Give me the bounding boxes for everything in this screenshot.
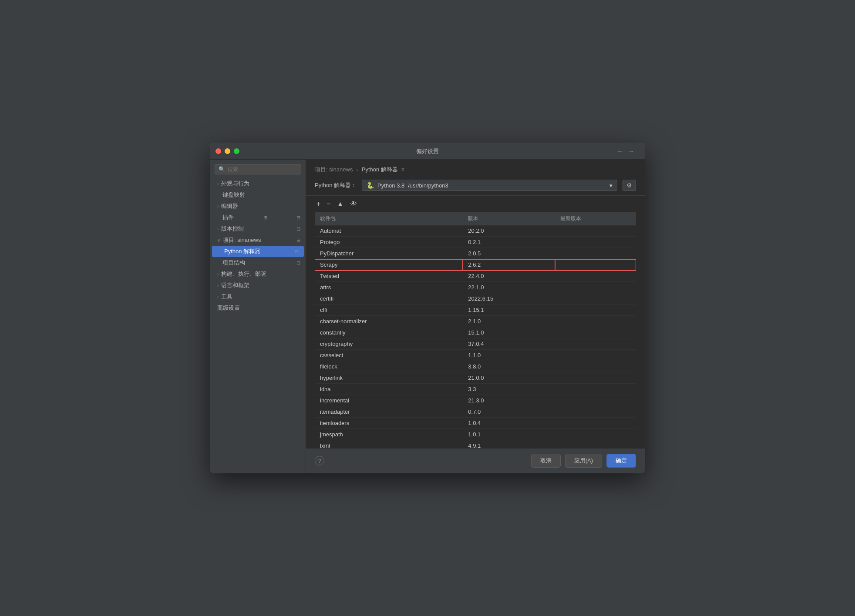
help-button[interactable]: ? <box>315 456 324 465</box>
package-latest <box>555 237 636 248</box>
table-row[interactable]: idna 3.3 <box>315 384 636 395</box>
table-row[interactable]: Protego 0.2.1 <box>315 237 636 248</box>
package-name: lxml <box>315 440 463 449</box>
package-version: 0.7.0 <box>463 406 555 418</box>
table-row[interactable]: cryptography 37.0.4 <box>315 338 636 350</box>
sidebar-item-label: 键盘映射 <box>222 191 245 199</box>
package-latest <box>555 327 636 338</box>
table-row[interactable]: charset-normalizer 2.1.0 <box>315 316 636 327</box>
sidebar-item-python-interpreter[interactable]: Python 解释器 ⊟ <box>212 246 304 257</box>
package-version: 3.3 <box>463 384 555 395</box>
interpreter-select[interactable]: 🐍 Python 3.8 /usr/bin/python3 ▾ <box>362 180 617 191</box>
sidebar-item-vcs[interactable]: › 版本控制 ⊟ <box>210 223 306 234</box>
package-name: attrs <box>315 282 463 293</box>
expand-arrow: › <box>217 272 219 277</box>
table-row[interactable]: cssselect 1.1.0 <box>315 350 636 361</box>
package-name: constantly <box>315 327 463 338</box>
table-row[interactable]: certifi 2022.6.15 <box>315 293 636 305</box>
interpreter-label: Python 解释器： <box>315 181 357 189</box>
minimize-button[interactable] <box>225 148 230 154</box>
sidebar-item-appearance[interactable]: › 外观与行为 <box>210 178 306 189</box>
package-latest <box>555 248 636 259</box>
package-latest <box>555 361 636 372</box>
package-version: 1.0.4 <box>463 418 555 429</box>
search-box[interactable]: 🔍 <box>215 164 301 174</box>
package-version: 22.4.0 <box>463 271 555 282</box>
package-name: cryptography <box>315 338 463 350</box>
package-latest <box>555 316 636 327</box>
table-header: 软件包 版本 最新版本 <box>315 212 636 225</box>
table-row[interactable]: jmespath 1.0.1 <box>315 429 636 440</box>
cancel-button[interactable]: 取消 <box>531 454 561 468</box>
breadcrumb: 项目: sinanews › Python 解释器 ≡ <box>315 166 636 174</box>
interpreter-select-left: 🐍 Python 3.8 /usr/bin/python3 <box>367 182 448 189</box>
packages-list: Automat 20.2.0 Protego 0.2.1 PyDispatche… <box>315 225 636 449</box>
package-latest <box>555 440 636 449</box>
package-latest <box>555 225 636 237</box>
table-row[interactable]: Twisted 22.4.0 <box>315 271 636 282</box>
expand-arrow: › <box>217 283 219 288</box>
interpreter-python-path: /usr/bin/python3 <box>408 182 448 189</box>
package-version: 1.0.1 <box>463 429 555 440</box>
package-latest <box>555 282 636 293</box>
sidebar-item-languages[interactable]: › 语言和框架 <box>210 280 306 291</box>
sidebar-item-project-structure[interactable]: 项目结构 ⊟ <box>210 257 306 268</box>
table-row[interactable]: incremental 21.3.0 <box>315 395 636 406</box>
sidebar-item-project[interactable]: ∨ 项目: sinanews ⊟ <box>210 234 306 246</box>
sidebar-item-advanced[interactable]: 高级设置 <box>210 302 306 314</box>
sidebar-item-keymap[interactable]: 键盘映射 <box>210 189 306 201</box>
close-button[interactable] <box>215 148 221 154</box>
expand-arrow: › <box>217 181 219 186</box>
table-row[interactable]: constantly 15.1.0 <box>315 327 636 338</box>
search-input[interactable] <box>228 166 297 172</box>
interpreter-icon: ⊟ <box>295 249 299 254</box>
package-version: 2022.6.15 <box>463 293 555 305</box>
table-row[interactable]: itemloaders 1.0.4 <box>315 418 636 429</box>
sidebar-item-plugins[interactable]: 插件 ⊞ ⊟ <box>210 212 306 223</box>
expand-arrow: ∨ <box>217 238 220 243</box>
package-version: 4.9.1 <box>463 440 555 449</box>
table-row[interactable]: cffi 1.15.1 <box>315 305 636 316</box>
package-version: 1.15.1 <box>463 305 555 316</box>
table-row[interactable]: Automat 20.2.0 <box>315 225 636 237</box>
package-name: PyDispatcher <box>315 248 463 259</box>
table-row[interactable]: hyperlink 21.0.0 <box>315 372 636 384</box>
remove-package-button[interactable]: − <box>325 199 332 209</box>
main-content: 🔍 › 外观与行为 键盘映射 › 编辑器 插件 ⊞ ⊟ › 版本控制 <box>210 160 645 473</box>
nav-arrows: ← → <box>615 147 636 156</box>
dropdown-arrow-icon: ▾ <box>609 182 613 189</box>
add-package-button[interactable]: + <box>315 199 322 209</box>
breadcrumb-menu-icon[interactable]: ≡ <box>401 167 404 173</box>
table-row[interactable]: filelock 3.8.0 <box>315 361 636 372</box>
nav-back-button[interactable]: ← <box>615 147 625 156</box>
sidebar-item-label: 工具 <box>221 293 232 301</box>
table-row[interactable]: Scrapy 2.6.2 <box>315 259 636 271</box>
nav-forward-button[interactable]: → <box>626 147 636 156</box>
package-version: 0.2.1 <box>463 237 555 248</box>
table-row[interactable]: itemadapter 0.7.0 <box>315 406 636 418</box>
move-up-button[interactable]: ▲ <box>335 199 346 209</box>
sidebar-item-label: 编辑器 <box>221 202 238 210</box>
breadcrumb-current: Python 解释器 <box>362 166 398 174</box>
table-row[interactable]: PyDispatcher 2.0.5 <box>315 248 636 259</box>
expand-arrow: › <box>217 227 219 231</box>
toolbar: + − ▲ 👁 <box>306 196 645 212</box>
package-version: 20.2.0 <box>463 225 555 237</box>
package-name: itemloaders <box>315 418 463 429</box>
window-title: 偏好设置 <box>416 147 439 155</box>
package-latest <box>555 372 636 384</box>
sidebar-item-label: 构建、执行、部署 <box>221 270 266 278</box>
package-name: Protego <box>315 237 463 248</box>
sidebar-item-tools[interactable]: › 工具 <box>210 291 306 302</box>
gear-button[interactable]: ⚙ <box>623 180 636 191</box>
sidebar-item-build[interactable]: › 构建、执行、部署 <box>210 268 306 280</box>
apply-button[interactable]: 应用(A) <box>565 454 602 468</box>
eye-button[interactable]: 👁 <box>348 199 359 209</box>
table-row[interactable]: attrs 22.1.0 <box>315 282 636 293</box>
maximize-button[interactable] <box>234 148 239 154</box>
table-row[interactable]: lxml 4.9.1 <box>315 440 636 449</box>
sidebar-item-editor[interactable]: › 编辑器 <box>210 201 306 212</box>
package-name: certifi <box>315 293 463 305</box>
ok-button[interactable]: 确定 <box>606 454 636 468</box>
package-latest <box>555 305 636 316</box>
